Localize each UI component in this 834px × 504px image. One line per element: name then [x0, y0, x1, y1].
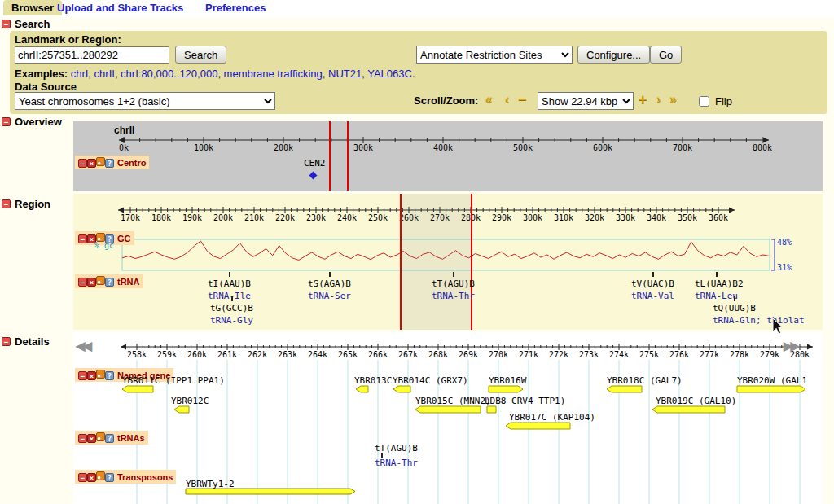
trna-glyph[interactable] — [231, 296, 233, 301]
gene-glyph[interactable] — [737, 386, 805, 392]
section-header-search: − Search — [2, 18, 50, 30]
collapse-section-icon[interactable]: − — [2, 20, 11, 28]
gene-glyph[interactable] — [415, 406, 481, 413]
collapse-track-icon[interactable]: − — [78, 234, 87, 243]
zoom-level-select[interactable]: Show 22.94 kbp — [538, 92, 634, 110]
share-track-icon[interactable] — [96, 276, 105, 285]
example-link[interactable]: NUT21 — [328, 68, 362, 80]
gene-glyph[interactable] — [393, 386, 410, 392]
transposon-glyph[interactable] — [186, 489, 355, 494]
data-source-select[interactable]: Yeast chromosomes 1+2 (basic) — [15, 92, 275, 110]
tab-browser[interactable]: Browser — [3, 0, 62, 15]
scroll-left-button[interactable]: ‹ — [505, 93, 509, 106]
trna-glyph[interactable] — [229, 272, 230, 277]
scroll-far-left-button[interactable]: « — [485, 93, 493, 106]
example-link[interactable]: chrI:80,000..120,000 — [121, 68, 217, 80]
flip-checkbox[interactable] — [699, 96, 709, 107]
go-button[interactable]: Go — [650, 46, 682, 64]
gene-label[interactable]: YBR011C (IPP1 PPA1) — [122, 375, 225, 386]
gene-label[interactable]: YBR018C (GAL7) — [607, 375, 683, 386]
pan-left-button[interactable]: ◀◀ — [76, 339, 90, 353]
example-link[interactable]: membrane trafficking — [224, 68, 323, 80]
track-label-trnas[interactable]: tRNAs — [117, 433, 145, 443]
annotate-select[interactable]: Annotate Restriction Sites — [416, 46, 573, 64]
help-track-icon[interactable]: ? — [105, 371, 114, 380]
gene-label[interactable]: YBR013C — [354, 375, 392, 386]
share-track-icon[interactable] — [96, 157, 105, 166]
share-track-icon[interactable] — [96, 471, 105, 480]
collapse-section-icon[interactable]: − — [2, 199, 11, 208]
trna-name[interactable]: tQ(UUG)B — [713, 303, 756, 313]
section-header-region: − Region — [2, 198, 50, 210]
trna-glyph[interactable] — [734, 296, 735, 301]
centromere-label[interactable]: CEN2 — [304, 158, 326, 169]
gene-glyph[interactable] — [489, 386, 523, 392]
trna-glyph[interactable] — [652, 272, 654, 277]
gene-glyph[interactable] — [356, 386, 368, 392]
pan-right-button[interactable]: ▶▶ — [784, 339, 797, 353]
gene-label[interactable]: YBR017C (KAP104) — [509, 412, 595, 423]
ruler-tick-label: 263k — [278, 350, 297, 359]
gene-label[interactable]: YBR014C (GRX7) — [393, 375, 468, 386]
gene-label[interactable]: LDB8 CRV4 TTP1) — [485, 396, 565, 406]
transposon-label[interactable]: YBRWTy1-2 — [186, 479, 235, 489]
scroll-right-button[interactable]: › — [656, 93, 661, 106]
scroll-far-right-button[interactable]: » — [669, 93, 677, 106]
share-track-icon[interactable] — [96, 370, 105, 379]
gene-glyph[interactable] — [122, 386, 153, 392]
trna-name[interactable]: tI(AAU)B — [208, 278, 251, 289]
gene-label[interactable]: YBR015C (MNN2) — [415, 396, 491, 406]
trna-name[interactable]: tL(UAA)B2 — [695, 278, 744, 289]
search-button[interactable]: Search — [175, 46, 226, 64]
collapse-track-icon[interactable]: − — [78, 278, 87, 287]
overview-ruler[interactable]: 0k100k200k300k400k500k600k700k800k — [73, 121, 823, 191]
collapse-section-icon[interactable]: − — [2, 337, 11, 346]
share-track-icon[interactable] — [96, 432, 105, 441]
trna-glyph[interactable] — [329, 272, 331, 277]
zoom-out-button[interactable]: − — [518, 93, 527, 106]
gene-glyph[interactable] — [506, 423, 570, 429]
delete-track-icon[interactable]: × — [87, 278, 96, 287]
collapse-track-icon[interactable]: − — [78, 434, 87, 443]
delete-track-icon[interactable]: × — [87, 434, 96, 443]
gene-label[interactable]: YBR019C (GAL10) — [656, 396, 736, 406]
gene-glyph[interactable] — [487, 406, 496, 413]
collapse-track-icon[interactable]: − — [78, 473, 87, 482]
trna-glyph[interactable] — [453, 272, 454, 277]
delete-track-icon[interactable]: × — [87, 371, 96, 380]
gene-label[interactable]: YBR012C — [171, 396, 208, 406]
zoom-in-button[interactable]: + — [639, 93, 647, 106]
track-label-gc[interactable]: GC — [117, 234, 131, 243]
delete-track-icon[interactable]: × — [87, 473, 96, 482]
example-link[interactable]: chrI — [71, 68, 89, 80]
help-track-icon[interactable]: ? — [105, 434, 114, 443]
examples-separator: , — [217, 68, 223, 80]
collapse-section-icon[interactable]: − — [2, 117, 11, 126]
trna-name[interactable]: tV(UAC)B — [631, 278, 674, 289]
gene-glyph[interactable] — [607, 386, 642, 392]
track-label-centro[interactable]: Centro — [117, 158, 146, 168]
configure-button[interactable]: Configure... — [577, 46, 650, 64]
example-link[interactable]: YAL063C — [367, 68, 412, 80]
gene-glyph[interactable] — [652, 406, 725, 413]
collapse-track-icon[interactable]: − — [78, 159, 87, 168]
trna-glyph[interactable] — [716, 272, 718, 277]
trna-name[interactable]: tG(GCC)B — [210, 303, 253, 313]
section-title-search: Search — [15, 18, 50, 30]
example-link[interactable]: chrII — [94, 68, 115, 80]
nav-upload-link[interactable]: Upload and Share Tracks — [57, 2, 183, 14]
nav-preferences-link[interactable]: Preferences — [205, 2, 266, 14]
gene-label[interactable]: YBR020W (GAL1 — [737, 375, 807, 386]
collapse-track-icon[interactable]: − — [78, 371, 87, 380]
landmark-input[interactable] — [15, 46, 169, 64]
trna-name[interactable]: tT(AGU)B — [432, 278, 475, 289]
gene-glyph[interactable] — [174, 406, 189, 413]
track-label-trna[interactable]: tRNA — [117, 277, 140, 287]
help-track-icon[interactable]: ? — [105, 473, 114, 482]
gene-label[interactable]: YBR016W — [489, 375, 526, 386]
track-label-transposons[interactable]: Transposons — [117, 472, 173, 482]
help-track-icon[interactable]: ? — [105, 278, 114, 287]
help-track-icon[interactable]: ? — [105, 159, 114, 168]
trna-name[interactable]: tS(AGA)B — [308, 278, 351, 289]
delete-track-icon[interactable]: × — [87, 159, 96, 168]
